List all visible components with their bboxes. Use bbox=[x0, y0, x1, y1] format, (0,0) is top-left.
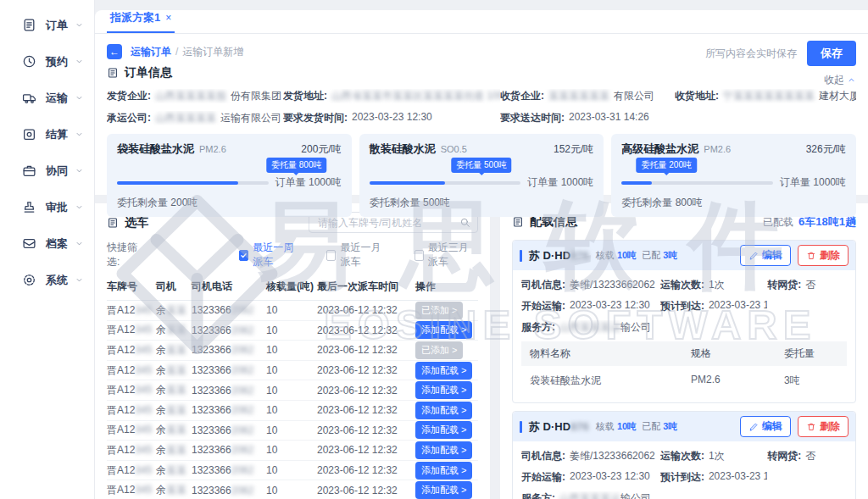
edit-button[interactable]: 编辑 bbox=[740, 416, 791, 437]
sidebar-item-approval[interactable]: 审批 bbox=[0, 189, 94, 225]
content-area: ← 运输订单 / 运输订单新增 所写内容会实时保存 保存 收起 订单信息 bbox=[95, 34, 868, 499]
save-button[interactable]: 保存 bbox=[807, 41, 856, 66]
sidebar-item-order[interactable]: 订单 bbox=[0, 7, 94, 43]
filter-checkbox-2[interactable]: 最近三月派车 bbox=[415, 241, 478, 269]
plate-cell: 晋A12345 bbox=[107, 423, 156, 437]
collapse-toggle[interactable]: 收起 bbox=[824, 73, 856, 87]
vehicle-search-input[interactable] bbox=[316, 216, 459, 230]
plate-cell: 晋A12345 bbox=[107, 303, 156, 318]
badge-row: 委托量 500吨 bbox=[370, 158, 594, 172]
sidebar-item-system[interactable]: 系统 bbox=[0, 262, 94, 298]
sidebar-item-archives[interactable]: 档案 bbox=[0, 225, 94, 262]
load-card-header: 苏 D·HD876 核载 10吨 已配 3吨 编辑 删除 bbox=[513, 241, 855, 270]
order-info-title: 订单信息 bbox=[125, 65, 172, 80]
filter-label: 最近三月派车 bbox=[428, 241, 478, 269]
added-button[interactable]: 已添加 > bbox=[415, 341, 463, 359]
product-name: 高级硅酸盐水泥 bbox=[621, 141, 698, 157]
progress-fill bbox=[370, 181, 445, 185]
add-load-button[interactable]: 添加配载 > bbox=[415, 462, 472, 480]
dispatch-time-cell: 2023-06-12 12:32 bbox=[317, 385, 415, 396]
order-field-6: 要求送达时间: 2023-03-31 14:26 bbox=[500, 111, 675, 125]
add-load-button[interactable]: 添加配载 > bbox=[415, 321, 472, 339]
progress-bar[interactable] bbox=[621, 181, 773, 185]
vehicle-panel-title: 选车 bbox=[125, 215, 148, 230]
vehicle-row-7: 晋A12345 余某某 13233662062 10 2023-06-12 12… bbox=[107, 441, 478, 461]
accent-bar bbox=[520, 421, 522, 433]
add-load-button[interactable]: 添加配载 > bbox=[415, 381, 472, 399]
product-card-top: 高级硅酸盐水泥 PM2.6 326元/吨 bbox=[621, 141, 846, 157]
product-card-top: 袋装硅酸盐水泥 PM2.6 200元/吨 bbox=[117, 141, 342, 157]
tab-label: 指派方案1 bbox=[110, 10, 160, 25]
order-field-2: 收货企业: 某某某某某某 有限公司 bbox=[500, 89, 675, 103]
field-value: 有限公司 bbox=[614, 89, 654, 103]
sidebar-item-reservation[interactable]: 预约 bbox=[0, 43, 94, 80]
phone-cell: 13233662062 bbox=[192, 324, 266, 336]
accent-bar bbox=[520, 250, 522, 262]
delete-button[interactable]: 删除 bbox=[798, 245, 849, 266]
product-spec: SO0.5 bbox=[441, 144, 548, 154]
app-root: 订单 预约 运输 结算 协同 审批 档案 系统 指派方案1 × bbox=[0, 0, 868, 499]
sidebar-item-label: 订单 bbox=[46, 18, 75, 33]
delete-button[interactable]: 删除 bbox=[798, 416, 849, 437]
material-cell: 袋装硅酸盐水泥 bbox=[530, 374, 691, 388]
driver-cell: 余某某 bbox=[156, 323, 192, 337]
dispatch-time-cell: 2023-06-12 12:32 bbox=[317, 324, 415, 336]
load-cards-list: 苏 D·HD876 核载 10吨 已配 3吨 编辑 删除 司机信息:姜维/132… bbox=[512, 240, 856, 499]
edit-button[interactable]: 编辑 bbox=[740, 245, 791, 266]
add-load-button[interactable]: 添加配载 > bbox=[415, 362, 472, 380]
progress-bar[interactable] bbox=[117, 181, 269, 185]
order-field-4: 承运公司: 山西某某某某 运输有限公司 bbox=[107, 111, 283, 125]
main-area: 指派方案1 × ← 运输订单 / 运输订单新增 所写内容会实时保存 保存 收起 bbox=[95, 0, 868, 499]
field-label: 要求送达时间: bbox=[500, 111, 565, 125]
progress-bar[interactable] bbox=[370, 181, 521, 185]
checkbox-icon bbox=[239, 250, 248, 261]
product-card-top: 散装硅酸水泥 SO0.5 152元/吨 bbox=[370, 141, 594, 157]
breadcrumb-link-transport-orders[interactable]: 运输订单 bbox=[131, 45, 171, 59]
order-quantity: 订单量 1000吨 bbox=[275, 175, 342, 190]
sidebar-item-collaboration[interactable]: 协同 bbox=[0, 152, 94, 189]
chevron-down-icon bbox=[75, 57, 84, 66]
form-icon bbox=[107, 67, 119, 79]
capacity-cell: 10 bbox=[266, 464, 317, 476]
eta-time: 预计到达:2023-03-23 12:30 bbox=[660, 470, 767, 485]
search-icon[interactable] bbox=[459, 217, 470, 228]
consign-badge: 委托量 800吨 bbox=[266, 158, 326, 173]
add-load-button[interactable]: 添加配载 > bbox=[415, 421, 472, 439]
stamp-icon bbox=[22, 200, 36, 214]
tab-assign-plan[interactable]: 指派方案1 × bbox=[107, 10, 175, 33]
vehicle-table-body: 晋A12345 余某某 13233662062 10 2023-06-12 12… bbox=[107, 301, 478, 499]
tab-bar: 指派方案1 × bbox=[95, 10, 868, 34]
filter-checkbox-1[interactable]: 最近一月派车 bbox=[326, 241, 390, 269]
loaded-summary-value: 6车18吨1趟 bbox=[798, 215, 856, 228]
plate-cell: 晋A12345 bbox=[107, 443, 156, 457]
load-card-1: 苏 D·HD876 核载 10吨 已配 3吨 编辑 删除 司机信息:姜维/132… bbox=[512, 411, 856, 499]
pencil-icon bbox=[748, 251, 759, 261]
filter-checkbox-0[interactable]: 最近一周派车 bbox=[239, 241, 303, 269]
tab-close-icon[interactable]: × bbox=[165, 12, 171, 24]
driver-cell: 余某某 bbox=[156, 383, 192, 397]
driver-info: 司机信息:姜维/13233662062 bbox=[521, 278, 660, 292]
add-load-button[interactable]: 添加配载 > bbox=[415, 481, 472, 499]
chevron-down-icon bbox=[75, 202, 84, 212]
back-button[interactable]: ← bbox=[107, 44, 122, 59]
material-column: 委托量 bbox=[784, 347, 838, 361]
breadcrumb-separator: / bbox=[175, 46, 178, 58]
driver-cell: 余某某 bbox=[156, 483, 192, 497]
capacity-info: 核载 10吨 已配 3吨 bbox=[596, 249, 678, 262]
sidebar-item-transport[interactable]: 运输 bbox=[0, 80, 94, 116]
sidebar-item-settlement[interactable]: 结算 bbox=[0, 116, 94, 152]
added-button[interactable]: 已添加 > bbox=[415, 302, 463, 319]
checkbox-icon bbox=[326, 250, 336, 261]
add-load-button[interactable]: 添加配载 > bbox=[415, 402, 472, 419]
field-value: 建材大厦 bbox=[819, 89, 856, 103]
service-provider: 服务方:山西某某某运输公司 bbox=[521, 320, 660, 335]
loaded-summary-label: 已配载 bbox=[763, 216, 793, 228]
order-field-3: 收货地址: 宁某某某某某某某某 建材大厦 bbox=[675, 89, 856, 103]
vehicle-row-5: 晋A12345 余某某 13233662062 10 2023-06-12 12… bbox=[107, 401, 478, 421]
driver-cell: 余某某 bbox=[156, 403, 192, 418]
phone-cell: 13233662062 bbox=[192, 424, 266, 436]
capacity-cell: 10 bbox=[266, 444, 317, 456]
phone-cell: 13233662062 bbox=[192, 464, 266, 476]
progress-row: 订单量 1000吨 bbox=[621, 175, 846, 190]
add-load-button[interactable]: 添加配载 > bbox=[415, 441, 472, 459]
